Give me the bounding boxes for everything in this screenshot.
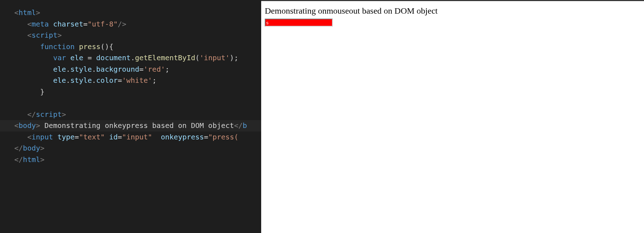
code-line: var ele = document.getElementById('input… [0, 52, 261, 64]
code-line: </body> [0, 143, 261, 154]
code-line: ele.style.background='red'; [0, 64, 261, 75]
code-line: ele.style.color='white'; [0, 75, 261, 86]
code-line: } [0, 86, 261, 98]
code-line: </script> [0, 109, 261, 120]
code-line: </html> [0, 154, 261, 166]
browser-preview-pane: Demonstrating onmouseout based on DOM ob… [261, 0, 644, 233]
code-editor-pane[interactable]: <html> <meta charset="utf-8"/> <script> … [0, 0, 261, 233]
preview-text-input[interactable] [265, 19, 333, 27]
code-line [0, 98, 261, 109]
preview-heading: Demonstrating onmouseout based on DOM ob… [265, 6, 640, 16]
code-line: function press(){ [0, 41, 261, 53]
code-line: <script> [0, 30, 261, 41]
code-line-active: <body> Demonstrating onkeypress based on… [0, 120, 261, 132]
code-line: <meta charset="utf-8"/> [0, 19, 261, 30]
code-line: <html> [0, 7, 261, 19]
code-line: <input type="text" id="input" onkeypress… [0, 132, 261, 143]
code-container: <html> <meta charset="utf-8"/> <script> … [0, 7, 261, 165]
